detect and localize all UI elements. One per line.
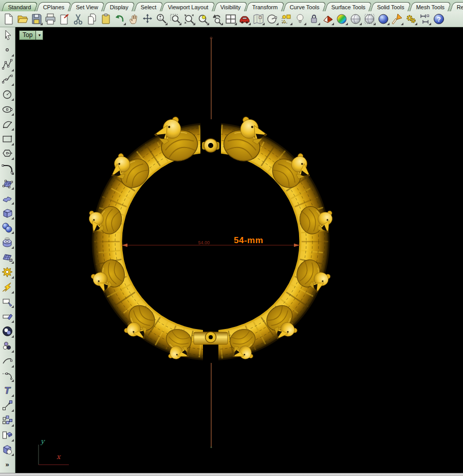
svg-text:T: T bbox=[4, 385, 11, 396]
zoom-dynamic-icon[interactable] bbox=[155, 13, 168, 25]
text-icon[interactable]: T bbox=[2, 385, 14, 397]
export-selected-icon[interactable] bbox=[58, 13, 70, 25]
more-icon[interactable]: » bbox=[2, 459, 14, 471]
viewport-canvas[interactable]: 54.00 54-mm y x bbox=[16, 27, 463, 473]
select-icon[interactable] bbox=[2, 29, 14, 42]
curve-endpoint-marker-bottom[interactable] bbox=[210, 446, 212, 448]
group-icon[interactable] bbox=[2, 340, 14, 353]
tab-label: Visibility bbox=[220, 4, 241, 10]
undo-view-icon[interactable] bbox=[211, 13, 223, 25]
tab-cplanes[interactable]: CPlanes bbox=[36, 2, 71, 11]
point-icon[interactable] bbox=[2, 44, 14, 57]
color-wheel-icon[interactable] bbox=[336, 13, 348, 25]
svg-text:?: ? bbox=[437, 15, 441, 23]
tab-surface-tools[interactable]: Surface Tools bbox=[325, 2, 372, 11]
new-file-icon[interactable] bbox=[3, 13, 15, 25]
move-copy-icon[interactable] bbox=[2, 399, 14, 412]
copy-icon[interactable] bbox=[86, 13, 98, 25]
tab-solid-tools[interactable]: Solid Tools bbox=[371, 2, 411, 11]
tab-label: Select bbox=[140, 4, 156, 10]
tab-label: Solid Tools bbox=[377, 4, 404, 10]
pointer-icon[interactable] bbox=[391, 13, 403, 25]
lock-icon[interactable] bbox=[308, 13, 320, 25]
status-strip bbox=[0, 473, 463, 476]
annotation-54mm-text: 54-mm bbox=[234, 235, 263, 245]
ghosted-view-icon[interactable] bbox=[363, 13, 376, 25]
polygon-icon[interactable] bbox=[2, 148, 14, 160]
move-icon[interactable] bbox=[141, 13, 154, 25]
tab-transform[interactable]: Transform bbox=[246, 2, 285, 11]
viewport-title-dropdown[interactable]: ▼ bbox=[35, 31, 43, 40]
rendered-view-icon[interactable] bbox=[377, 13, 390, 25]
tab-visibility[interactable]: Visibility bbox=[214, 2, 247, 11]
options-icon[interactable] bbox=[405, 13, 417, 25]
extend-icon[interactable] bbox=[2, 370, 14, 382]
axis-x-label: x bbox=[57, 453, 61, 461]
circle-icon[interactable] bbox=[2, 88, 14, 101]
svg-text:»: » bbox=[5, 461, 9, 468]
rectangle-icon[interactable] bbox=[2, 133, 14, 145]
chevron-down-icon: ▼ bbox=[38, 33, 41, 37]
set-cplane-icon[interactable] bbox=[266, 13, 279, 25]
help-icon[interactable]: ? bbox=[433, 13, 445, 25]
tab-display[interactable]: Display bbox=[104, 2, 136, 11]
viewport-layout-icon[interactable] bbox=[225, 13, 237, 25]
gold-lion-bangle-model[interactable] bbox=[86, 113, 336, 363]
surface-points-icon[interactable] bbox=[2, 177, 14, 190]
dimension-value-text: 54.00 bbox=[198, 240, 210, 245]
undo-icon[interactable] bbox=[114, 13, 126, 25]
main-side-toolbar: T» bbox=[0, 27, 15, 473]
curve-icon[interactable] bbox=[2, 74, 14, 86]
explode-icon[interactable] bbox=[2, 266, 14, 279]
spheres-icon[interactable] bbox=[2, 222, 14, 234]
zoom-window-icon[interactable] bbox=[169, 13, 181, 25]
array-icon[interactable] bbox=[2, 414, 14, 427]
tab-select[interactable]: Select bbox=[134, 2, 163, 11]
open-file-icon[interactable] bbox=[16, 13, 29, 25]
tab-mesh-tools[interactable]: Mesh Tools bbox=[410, 2, 451, 11]
paste-icon[interactable] bbox=[100, 13, 112, 25]
viewport-title[interactable]: Top bbox=[20, 31, 35, 40]
trim-icon[interactable] bbox=[2, 296, 14, 308]
tab-label: Display bbox=[110, 4, 128, 10]
edit-object-icon[interactable] bbox=[2, 429, 14, 442]
tab-label: Render Tools bbox=[457, 4, 463, 10]
tab-render-tools[interactable]: Render Tools bbox=[450, 2, 463, 11]
hide-show-icon[interactable] bbox=[294, 13, 306, 25]
save-file-icon[interactable] bbox=[30, 13, 43, 25]
tab-viewport-layout[interactable]: Viewport Layout bbox=[161, 2, 215, 11]
tab-curve-tools[interactable]: Curve Tools bbox=[283, 2, 326, 11]
tab-label: Curve Tools bbox=[290, 4, 320, 10]
arc-icon[interactable] bbox=[2, 118, 14, 131]
tab-standard[interactable]: Standard bbox=[2, 2, 38, 11]
zoom-selected-icon[interactable] bbox=[197, 13, 209, 25]
viewport-top[interactable]: Top ▼ bbox=[16, 27, 463, 473]
polyline-icon[interactable] bbox=[2, 59, 14, 71]
tab-label: Viewport Layout bbox=[168, 4, 209, 10]
dimension-icon[interactable] bbox=[419, 13, 431, 25]
surface-mesh-icon[interactable] bbox=[2, 251, 14, 264]
pan-icon[interactable] bbox=[127, 13, 140, 25]
fillet-icon[interactable] bbox=[2, 162, 14, 175]
tab-label: CPlanes bbox=[43, 4, 64, 10]
cube-sphere-icon[interactable] bbox=[2, 444, 14, 456]
tab-set-view[interactable]: Set View bbox=[69, 2, 105, 11]
join-icon[interactable] bbox=[2, 325, 14, 338]
ellipse-icon[interactable] bbox=[2, 103, 14, 116]
split-icon[interactable] bbox=[2, 310, 14, 323]
map-icon[interactable] bbox=[252, 13, 265, 25]
revolve-icon[interactable] bbox=[2, 236, 14, 249]
tab-label: Standard bbox=[8, 4, 31, 10]
cut-icon[interactable] bbox=[72, 13, 84, 25]
layer-icon[interactable] bbox=[322, 13, 334, 25]
print-icon[interactable] bbox=[44, 13, 57, 25]
named-cplane-icon[interactable] bbox=[280, 13, 292, 25]
shaded-view-icon[interactable] bbox=[349, 13, 362, 25]
car-icon[interactable] bbox=[238, 13, 251, 25]
viewport-title-box[interactable]: Top ▼ bbox=[19, 30, 43, 40]
surface-curved-icon[interactable] bbox=[2, 192, 14, 205]
blend-icon[interactable] bbox=[2, 355, 14, 368]
flash-icon[interactable] bbox=[2, 281, 14, 294]
box-icon[interactable] bbox=[2, 207, 14, 219]
zoom-extents-icon[interactable] bbox=[183, 13, 195, 25]
